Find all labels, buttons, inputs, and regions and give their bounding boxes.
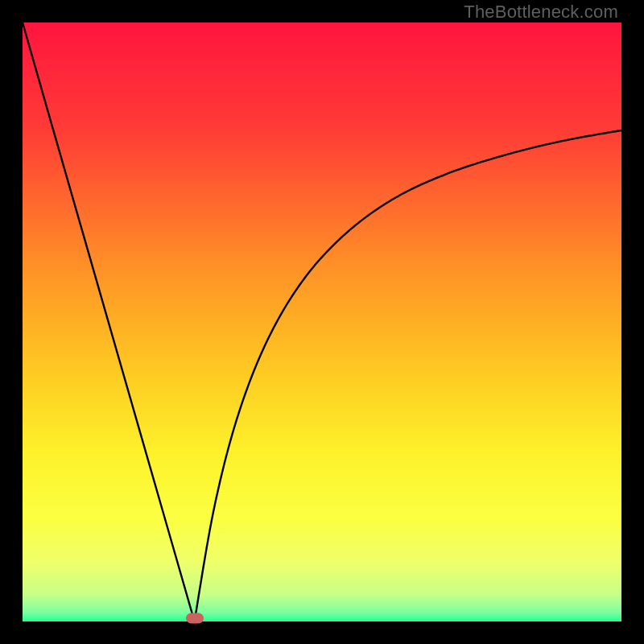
chart-plot-area [23,23,621,621]
curve-right-segment [195,130,621,621]
bottleneck-marker [186,613,204,623]
chart-curve [23,23,621,621]
curve-left-segment [23,23,195,621]
watermark-text: TheBottleneck.com [464,2,618,23]
